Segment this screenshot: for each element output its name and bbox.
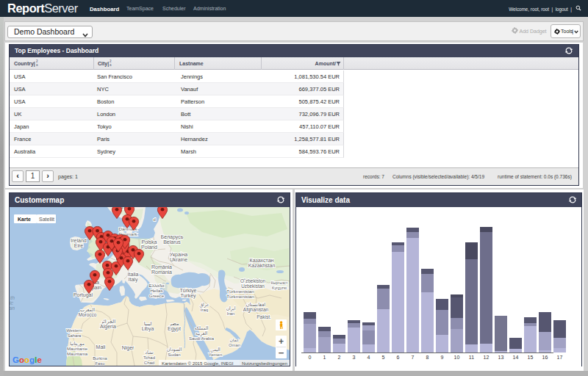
- svg-text:Polska: Polska: [141, 239, 157, 245]
- svg-text:Belarus: Belarus: [163, 239, 181, 245]
- svg-text:Saudi Arabia: Saudi Arabia: [189, 336, 215, 341]
- svg-text:Hellas: Hellas: [150, 288, 162, 293]
- svg-text:Italia: Italia: [128, 272, 139, 277]
- svg-text:2: 2: [338, 355, 341, 360]
- svg-text:Algeria: Algeria: [100, 324, 116, 330]
- svg-text:Karte: Karte: [18, 217, 31, 222]
- svg-text:0: 0: [309, 355, 312, 360]
- svg-text:Mauritania: Mauritania: [67, 352, 88, 356]
- svg-text:−: −: [279, 347, 284, 358]
- svg-text:11: 11: [469, 355, 474, 360]
- svg-text:Niger: Niger: [122, 345, 135, 351]
- svg-text:تشاد: تشاد: [145, 350, 154, 355]
- svg-text:Morocco: Morocco: [79, 312, 97, 317]
- svg-text:Кыргызст: Кыргызст: [271, 281, 288, 285]
- svg-text:Ελλάδα: Ελλάδα: [149, 283, 165, 288]
- svg-text:6: 6: [397, 355, 400, 360]
- svg-text:عمان: عمان: [230, 338, 240, 342]
- svg-text:Yemen: Yemen: [209, 352, 222, 357]
- svg-text:افغانستان: افغانستان: [246, 302, 266, 307]
- svg-text:Sudan: Sudan: [168, 352, 180, 357]
- svg-text:15: 15: [528, 355, 534, 360]
- svg-text:13: 13: [498, 355, 504, 360]
- svg-text:+: +: [279, 336, 284, 347]
- svg-text:Éire: Éire: [74, 242, 84, 248]
- svg-text:România: România: [151, 264, 172, 270]
- svg-text:Nutzungsbedingungen: Nutzungsbedingungen: [242, 361, 287, 366]
- svg-text:اليمن: اليمن: [210, 347, 220, 352]
- svg-text:Libya: Libya: [142, 326, 154, 332]
- svg-text:Pakist.: Pakist.: [257, 314, 271, 319]
- svg-text:عراق: عراق: [199, 303, 209, 308]
- svg-text:Satellit: Satellit: [39, 217, 54, 222]
- svg-text:12: 12: [484, 355, 490, 360]
- svg-text:Poland: Poland: [141, 245, 157, 250]
- svg-text:d: d: [153, 217, 156, 222]
- svg-text:a: a: [36, 63, 38, 66]
- svg-text:Казахстан: Казахстан: [250, 258, 274, 263]
- svg-text:ايران: ايران: [226, 306, 236, 311]
- svg-text:a: a: [110, 63, 112, 66]
- svg-text:Afghanistan: Afghanistan: [243, 307, 269, 313]
- svg-text:5: 5: [382, 355, 385, 360]
- svg-text:o: o: [24, 355, 29, 364]
- svg-text:Oʺzbekiston: Oʺzbekiston: [240, 278, 266, 283]
- svg-text:Kazakhstan: Kazakhstan: [248, 263, 276, 268]
- svg-text:Italy: Italy: [129, 277, 138, 283]
- svg-text:Chad: Chad: [144, 361, 154, 365]
- svg-text:Mali: Mali: [96, 344, 106, 350]
- svg-text:Iraq: Iraq: [201, 308, 208, 312]
- svg-text:المملكة: المملكة: [195, 326, 209, 330]
- svg-text:17: 17: [557, 355, 563, 360]
- svg-text:Kyrgyzst: Kyrgyzst: [272, 286, 287, 290]
- svg-text:14: 14: [513, 355, 519, 360]
- svg-text:e: e: [37, 355, 42, 364]
- svg-text:العربية: العربية: [196, 331, 208, 336]
- svg-text:16: 16: [542, 355, 548, 360]
- svg-text:4: 4: [368, 355, 370, 360]
- svg-text:Turkey: Turkey: [180, 293, 196, 299]
- svg-text:10: 10: [454, 355, 460, 360]
- svg-text:1: 1: [323, 355, 326, 360]
- svg-text:موريتانيا: موريتانيا: [70, 341, 85, 347]
- svg-text:Greece: Greece: [149, 293, 165, 298]
- svg-text:Tchad: Tchad: [143, 355, 155, 360]
- svg-text:an: an: [10, 305, 15, 311]
- svg-text:3: 3: [353, 355, 356, 360]
- svg-text:Sahara: Sahara: [68, 333, 82, 338]
- svg-text:Türkmenistan: Türkmenistan: [226, 294, 254, 299]
- svg-text:g: g: [29, 355, 35, 364]
- svg-text:Iran: Iran: [227, 311, 234, 316]
- svg-text:Oman: Oman: [229, 343, 240, 347]
- svg-text:Mauritanie: Mauritanie: [67, 347, 88, 351]
- svg-text:Western: Western: [66, 328, 82, 333]
- svg-text:Ireland: Ireland: [71, 238, 87, 243]
- svg-text:Türkmenistan: Türkmenistan: [226, 289, 254, 294]
- svg-text:Romania: Romania: [151, 270, 172, 275]
- svg-text:8: 8: [426, 355, 429, 360]
- svg-text:Portugal: Portugal: [74, 292, 93, 298]
- svg-text:Faso: Faso: [96, 361, 105, 366]
- svg-text:o: o: [19, 355, 24, 364]
- svg-text:Kartendaten © 2015 Google, INE: Kartendaten © 2015 Google, INEGI: [162, 361, 234, 366]
- svg-text:Ukraine: Ukraine: [170, 257, 187, 262]
- svg-text:Burkina: Burkina: [93, 356, 107, 361]
- svg-text:ليبيا: ليبيا: [144, 321, 152, 326]
- svg-text:G: G: [12, 355, 19, 364]
- svg-text:9: 9: [441, 355, 444, 360]
- svg-text:السودان: السودان: [167, 347, 182, 352]
- svg-text:7: 7: [412, 355, 415, 360]
- svg-text:Egypt: Egypt: [168, 326, 181, 332]
